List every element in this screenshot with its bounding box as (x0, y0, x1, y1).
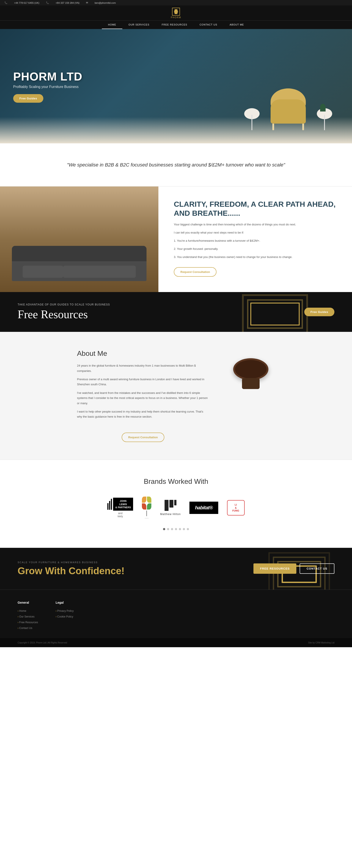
clarity-cta-button[interactable]: Request Consultation (174, 267, 216, 277)
coffee-table (231, 358, 271, 389)
email-icon: ✉ (86, 1, 88, 4)
nav-logo: PHORM (171, 8, 181, 19)
clarity-title: CLARITY, FREEDOM, A CLEAR PATH AHEAD, AN… (174, 200, 336, 218)
about-btn-wrap: Request Consultation (77, 428, 209, 442)
sofa-shape (12, 246, 147, 281)
logo-shape (174, 9, 178, 14)
about-para4: I want to help other people succeed in m… (77, 409, 209, 420)
footer-link-contact[interactable]: Contact Us (18, 626, 38, 630)
resources-left: Take Advantage Of Our Guides to Scale Yo… (18, 303, 110, 321)
footer-legal-list: Privacy Policy Cookie Policy (56, 609, 74, 618)
resources-deco (242, 294, 308, 332)
hero-section: PHORM LTD Profitably Scaling your Furnit… (0, 29, 352, 144)
footer-col-general: General Home Our Services Free Resources… (18, 601, 38, 631)
hero-content: PHORM LTD Profitably Scaling your Furnit… (0, 70, 95, 103)
footer-link-cookie[interactable]: Cookie Policy (56, 614, 74, 618)
lf-text: LI&FUNG (232, 503, 239, 512)
clarity-point1: 1. You're a furniture/homewares business… (174, 238, 336, 243)
plant-stem (146, 510, 147, 516)
brand-habitat: habitat® (189, 502, 218, 514)
matthew-hilton-text: Matthew Hilton (160, 513, 181, 516)
about-cta-button[interactable]: Request Consultation (122, 433, 164, 442)
clarity-section: CLARITY, FREEDOM, A CLEAR PATH AHEAD, AN… (0, 186, 352, 292)
logo-text: PHORM (171, 16, 181, 19)
brand-jl: JOHNLEWIS& PARTNERS andkiely (107, 498, 133, 518)
footer-link-resources[interactable]: Free Resources (18, 620, 38, 624)
dot-6[interactable] (183, 528, 185, 530)
about-text-col: About Me 24 years in the global furnitur… (77, 349, 209, 442)
brand-plant: —— (142, 497, 151, 519)
top-bar: 📞 +44 778 617 6455 (UK) 📞 +84 337 159 28… (0, 0, 352, 5)
clarity-point3: 3. You understand that you (the business… (174, 255, 336, 259)
logo-icon (172, 8, 180, 16)
footer-col-legal: Legal Privacy Policy Cookie Policy (56, 601, 74, 631)
footer-link-privacy[interactable]: Privacy Policy (56, 609, 74, 613)
jl-text: JOHNLEWIS& PARTNERS (113, 498, 133, 510)
dot-1[interactable] (163, 528, 165, 530)
hero-cta-button[interactable]: Free Guides (13, 94, 43, 103)
jl-bars (107, 499, 112, 510)
side-table-left (242, 104, 262, 130)
brands-grid: JOHNLEWIS& PARTNERS andkiely —— Matthew … (22, 497, 330, 519)
nav-services[interactable]: OUR SERVICES (122, 21, 155, 29)
resources-tag: Take Advantage Of Our Guides to Scale Yo… (18, 303, 110, 306)
nav-links: HOME OUR SERVICES FREE RESOURCES CONTACT… (0, 21, 352, 29)
brand-kiely-text: andkiely (118, 512, 123, 518)
yellow-chair (266, 95, 310, 130)
footer-link-services[interactable]: Our Services (18, 614, 38, 618)
dot-5[interactable] (179, 528, 181, 530)
brands-dots (22, 528, 330, 530)
hero-title: PHORM LTD (13, 70, 82, 83)
footer-cta: SCALE YOUR FURNITURE & HOMEWARES BUSINES… (0, 548, 352, 590)
dot-4[interactable] (175, 528, 177, 530)
navbar: PHORM HOME OUR SERVICES FREE RESOURCES C… (0, 5, 352, 29)
phone-icon-2: 📞 (46, 1, 49, 4)
quote-section: "We specialise in B2B & B2C focused busi… (0, 144, 352, 186)
footer-col-legal-title: Legal (56, 601, 74, 604)
footer-bottom: Copyright © 2019, Phorm Ltd | All Rights… (0, 638, 352, 647)
resources-title: Free Resources (18, 308, 110, 321)
about-para3: I've watched, and learnt from the mistak… (77, 390, 209, 406)
footer-links: General Home Our Services Free Resources… (0, 590, 352, 638)
hero-subtitle: Profitably Scaling your Furniture Busine… (13, 85, 82, 89)
footer-cta-buttons: FREE RESOURCES CONTACT US (254, 563, 334, 574)
hero-furniture (242, 95, 334, 130)
footer-cta-title-text: Grow With Confidence! (18, 565, 124, 576)
footer-credit: Site by CRM Marketing Ltd (308, 642, 334, 644)
about-para2: Previous owner of a multi award winning … (77, 377, 209, 387)
footer-cta-left: SCALE YOUR FURNITURE & HOMEWARES BUSINES… (18, 561, 124, 577)
email: ben@phormltd.com (95, 2, 116, 4)
nav-contact[interactable]: CONTACT US (194, 21, 224, 29)
footer-cta-title: Grow With Confidence! (18, 565, 124, 577)
nav-about[interactable]: ABOUT ME (224, 21, 250, 29)
brand-li-fung: LI&FUNG (227, 500, 245, 516)
brands-section: Brands Worked With JOHNLEWIS& PARTNERS a… (0, 460, 352, 548)
about-para1: 24 years in the global furniture & homew… (77, 363, 209, 373)
clarity-point2: 2. Your growth focused -personally. (174, 247, 336, 251)
nav-home[interactable]: HOME (102, 21, 122, 29)
footer-general-list: Home Our Services Free Resources Contact… (18, 609, 38, 630)
footer-contact-button[interactable]: CONTACT US (300, 563, 334, 574)
habitat-text: habitat® (189, 502, 218, 514)
footer-cta-tag: SCALE YOUR FURNITURE & HOMEWARES BUSINES… (18, 561, 124, 564)
footer-link-home[interactable]: Home (18, 609, 38, 613)
dot-2[interactable] (167, 528, 169, 530)
brands-title: Brands Worked With (22, 477, 330, 486)
resources-cta-button[interactable]: Free Guides (304, 308, 334, 316)
clarity-para2: I can tell you exactly what your next st… (174, 230, 336, 235)
nav-resources[interactable]: FREE RESOURCES (155, 21, 194, 29)
clarity-image (0, 186, 158, 292)
footer-resources-button[interactable]: FREE RESOURCES (254, 563, 296, 574)
about-title: About Me (77, 349, 209, 358)
plant-label: —— (145, 517, 149, 519)
clarity-content: CLARITY, FREEDOM, A CLEAR PATH AHEAD, AN… (158, 186, 352, 292)
dot-3[interactable] (171, 528, 173, 530)
dot-7[interactable] (187, 528, 189, 530)
phone-icon-1: 📞 (4, 1, 7, 4)
resources-banner: Take Advantage Of Our Guides to Scale Yo… (0, 292, 352, 332)
about-section: About Me 24 years in the global furnitur… (0, 332, 352, 460)
phone-2: +84 337 159 284 (VN) (56, 2, 80, 4)
clarity-para1: Your biggest challenge is time and then … (174, 222, 336, 227)
quote-text: "We specialise in B2B & B2C focused busi… (44, 161, 308, 169)
brand-matthew-hilton: Matthew Hilton (160, 500, 181, 516)
